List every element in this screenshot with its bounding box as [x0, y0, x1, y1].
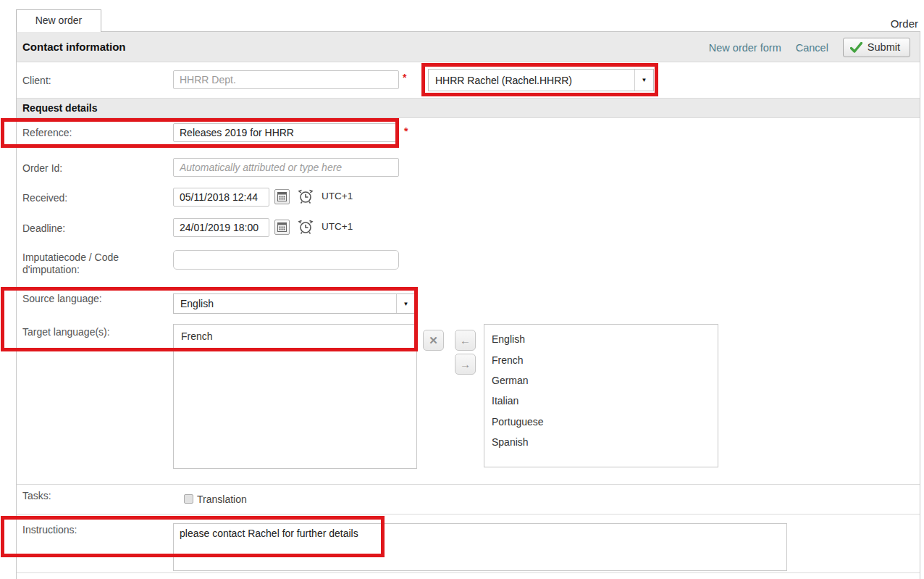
cancel-link[interactable]: Cancel: [796, 42, 828, 54]
breadcrumb: Order: [891, 17, 918, 30]
section-title: Request details: [22, 99, 97, 117]
remove-language-button[interactable]: ✕: [423, 330, 444, 351]
deadline-timezone: UTC+1: [322, 221, 353, 232]
check-icon: [850, 42, 862, 53]
contact-dropdown-value: HHRR Rachel (Rachel.HHRR): [435, 70, 572, 91]
arrow-right-icon: →: [460, 358, 471, 370]
received-clock-icon[interactable]: [297, 188, 314, 205]
row-divider: [17, 514, 920, 515]
new-order-page: Order New order Contact information New …: [0, 0, 924, 579]
contact-dropdown[interactable]: HHRR Rachel (Rachel.HHRR) ▼: [428, 69, 654, 91]
reference-input[interactable]: [173, 123, 396, 142]
translation-checkbox[interactable]: [184, 494, 193, 504]
list-item[interactable]: French: [484, 349, 718, 370]
submit-button[interactable]: Submit: [843, 38, 910, 57]
received-calendar-icon[interactable]: [274, 189, 290, 204]
imputation-label-line1: Imputatiecode / Code: [22, 251, 119, 263]
header-actions: New order form Cancel Submit: [709, 32, 910, 63]
chevron-down-icon[interactable]: ▼: [396, 294, 415, 313]
list-item[interactable]: German: [484, 370, 718, 391]
deadline-calendar-icon[interactable]: [274, 220, 290, 235]
client-label: Client:: [22, 75, 51, 86]
contact-information-header: Contact information New order form Cance…: [17, 31, 920, 62]
imputation-code-input[interactable]: [173, 250, 399, 270]
deadline-datetime-input[interactable]: [173, 218, 269, 237]
request-details-header: Request details: [17, 98, 920, 118]
chevron-down-icon[interactable]: ▼: [634, 70, 653, 91]
order-id-label: Order Id:: [22, 162, 62, 174]
target-languages-label: Target language(s):: [22, 326, 110, 338]
reference-label: Reference:: [22, 127, 72, 138]
list-item[interactable]: French: [174, 325, 416, 342]
tab-new-order[interactable]: New order: [16, 9, 101, 32]
available-languages-listbox[interactable]: EnglishFrenchGermanItalianPortugueseSpan…: [484, 324, 718, 467]
instructions-textarea[interactable]: please contact Rachel for further detail…: [173, 523, 787, 571]
instructions-label: Instructions:: [22, 524, 77, 536]
source-language-dropdown[interactable]: English ▼: [173, 293, 416, 314]
close-icon: ✕: [429, 334, 438, 347]
deadline-label: Deadline:: [22, 222, 65, 234]
translation-checkbox-label: Translation: [197, 493, 247, 505]
source-language-value: English: [180, 294, 214, 313]
new-order-form-link[interactable]: New order form: [709, 42, 781, 54]
client-input[interactable]: [173, 70, 399, 89]
move-right-button[interactable]: →: [455, 354, 476, 375]
row-divider: [17, 484, 920, 485]
list-item[interactable]: Italian: [484, 391, 718, 411]
target-languages-listbox[interactable]: French: [173, 324, 417, 469]
source-language-label: Source language:: [22, 293, 102, 304]
move-left-button[interactable]: ←: [455, 330, 476, 351]
received-timezone: UTC+1: [322, 191, 353, 201]
list-item[interactable]: English: [484, 329, 718, 349]
order-id-input[interactable]: [173, 158, 399, 177]
imputation-label-line2: d'imputation:: [22, 264, 80, 275]
order-form-panel: Contact information New order form Cance…: [16, 31, 920, 579]
received-label: Received:: [22, 192, 67, 204]
list-item[interactable]: Portuguese: [484, 412, 718, 432]
row-divider: [17, 572, 920, 573]
client-required-asterisk: *: [403, 72, 406, 83]
arrow-left-icon: ←: [460, 334, 471, 346]
reference-required-asterisk: *: [404, 125, 408, 137]
list-item[interactable]: Spanish: [484, 432, 718, 452]
tasks-label: Tasks:: [22, 490, 51, 501]
section-title: Contact information: [22, 32, 126, 62]
deadline-clock-icon[interactable]: [297, 218, 314, 236]
received-datetime-input[interactable]: [173, 188, 269, 207]
submit-label: Submit: [868, 41, 900, 53]
